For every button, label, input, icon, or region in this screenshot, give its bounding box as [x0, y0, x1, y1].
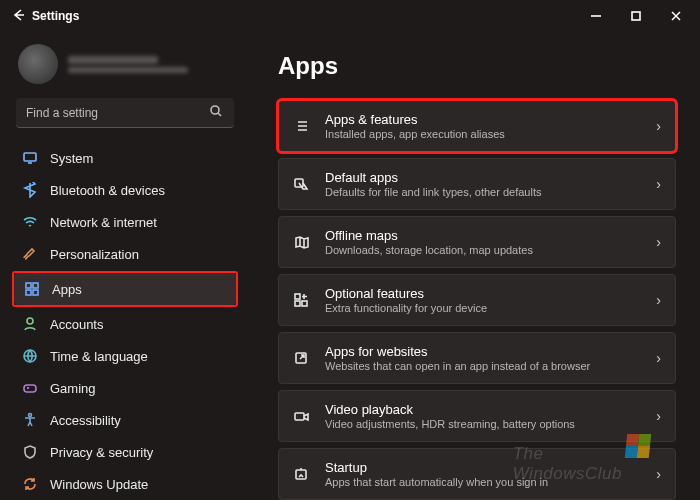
titlebar: Settings	[0, 0, 700, 32]
wifi-icon	[22, 214, 38, 230]
settings-card-list: Apps & featuresInstalled apps, app execu…	[278, 100, 676, 500]
nav-list: SystemBluetooth & devicesNetwork & inter…	[12, 142, 238, 500]
minimize-button[interactable]	[576, 0, 616, 32]
avatar	[18, 44, 58, 84]
card-title: Apps for websites	[325, 344, 642, 359]
chevron-right-icon: ›	[656, 466, 661, 482]
page-title: Apps	[278, 52, 676, 80]
sidebar-item-label: Privacy & security	[50, 445, 153, 460]
profile-block[interactable]	[18, 44, 238, 84]
card-text: Optional featuresExtra functionality for…	[325, 286, 642, 314]
sidebar-item-apps[interactable]: Apps	[14, 273, 236, 305]
sidebar-item-label: Time & language	[50, 349, 148, 364]
arrow-left-icon	[10, 7, 26, 23]
svg-point-7	[27, 318, 33, 324]
sidebar-item-label: Personalization	[50, 247, 139, 262]
window-title: Settings	[32, 9, 576, 23]
svg-rect-12	[295, 294, 300, 299]
card-text: Default appsDefaults for file and link t…	[325, 170, 642, 198]
sidebar-item-label: Windows Update	[50, 477, 148, 492]
grid-plus-icon	[291, 290, 311, 310]
card-text: Apps & featuresInstalled apps, app execu…	[325, 112, 642, 140]
chevron-right-icon: ›	[656, 292, 661, 308]
apps-icon	[24, 281, 40, 297]
search-input[interactable]: Find a setting	[16, 98, 234, 128]
sidebar-item-privacy-security[interactable]: Privacy & security	[12, 436, 238, 468]
settings-card-optional-features[interactable]: Optional featuresExtra functionality for…	[278, 274, 676, 326]
open-app-icon	[291, 348, 311, 368]
svg-rect-0	[632, 12, 640, 20]
card-description: Installed apps, app execution aliases	[325, 128, 642, 140]
sidebar-item-accounts[interactable]: Accounts	[12, 308, 238, 340]
svg-rect-14	[302, 301, 307, 306]
settings-card-default-apps[interactable]: Default appsDefaults for file and link t…	[278, 158, 676, 210]
back-button[interactable]	[4, 7, 32, 26]
chevron-right-icon: ›	[656, 350, 661, 366]
sidebar-item-label: Apps	[52, 282, 82, 297]
list-icon	[291, 116, 311, 136]
card-description: Defaults for file and link types, other …	[325, 186, 642, 198]
settings-card-video-playback[interactable]: Video playbackVideo adjustments, HDR str…	[278, 390, 676, 442]
chevron-right-icon: ›	[656, 118, 661, 134]
card-text: Apps for websitesWebsites that can open …	[325, 344, 642, 372]
maximize-icon	[628, 8, 644, 24]
card-text: StartupApps that start automatically whe…	[325, 460, 642, 488]
brush-icon	[22, 246, 38, 262]
display-icon	[22, 150, 38, 166]
card-title: Default apps	[325, 170, 642, 185]
window-controls	[576, 0, 696, 32]
sidebar-item-personalization[interactable]: Personalization	[12, 238, 238, 270]
svg-rect-4	[33, 283, 38, 288]
video-icon	[291, 406, 311, 426]
person-icon	[22, 316, 38, 332]
settings-card-apps-features[interactable]: Apps & featuresInstalled apps, app execu…	[278, 100, 676, 152]
sidebar-item-time-language[interactable]: Time & language	[12, 340, 238, 372]
card-title: Video playback	[325, 402, 642, 417]
card-description: Video adjustments, HDR streaming, batter…	[325, 418, 642, 430]
gaming-icon	[22, 380, 38, 396]
card-text: Video playbackVideo adjustments, HDR str…	[325, 402, 642, 430]
settings-card-startup[interactable]: StartupApps that start automatically whe…	[278, 448, 676, 500]
svg-rect-2	[24, 153, 36, 161]
bluetooth-icon	[22, 182, 38, 198]
sidebar-item-system[interactable]: System	[12, 142, 238, 174]
close-button[interactable]	[656, 0, 696, 32]
card-title: Apps & features	[325, 112, 642, 127]
sidebar-item-label: Accounts	[50, 317, 103, 332]
shield-icon	[22, 444, 38, 460]
startup-icon	[291, 464, 311, 484]
settings-card-apps-for-websites[interactable]: Apps for websitesWebsites that can open …	[278, 332, 676, 384]
svg-rect-16	[295, 413, 304, 420]
globe-icon	[22, 348, 38, 364]
sidebar-item-gaming[interactable]: Gaming	[12, 372, 238, 404]
sidebar-item-label: System	[50, 151, 93, 166]
card-title: Optional features	[325, 286, 642, 301]
card-text: Offline mapsDownloads, storage location,…	[325, 228, 642, 256]
svg-rect-6	[33, 290, 38, 295]
card-description: Websites that can open in an app instead…	[325, 360, 642, 372]
profile-text	[68, 56, 188, 73]
card-description: Extra functionality for your device	[325, 302, 642, 314]
main-panel: Apps Apps & featuresInstalled apps, app …	[250, 32, 700, 500]
settings-card-offline-maps[interactable]: Offline mapsDownloads, storage location,…	[278, 216, 676, 268]
svg-rect-5	[26, 290, 31, 295]
svg-point-1	[211, 106, 219, 114]
accessibility-icon	[22, 412, 38, 428]
sidebar-item-accessibility[interactable]: Accessibility	[12, 404, 238, 436]
card-title: Startup	[325, 460, 642, 475]
sidebar-item-windows-update[interactable]: Windows Update	[12, 468, 238, 500]
svg-rect-9	[24, 385, 36, 392]
card-title: Offline maps	[325, 228, 642, 243]
sidebar-item-label: Network & internet	[50, 215, 157, 230]
svg-rect-13	[295, 301, 300, 306]
sidebar-item-network-internet[interactable]: Network & internet	[12, 206, 238, 238]
sidebar: Find a setting SystemBluetooth & devices…	[0, 32, 250, 500]
search-icon	[208, 103, 224, 122]
default-icon	[291, 174, 311, 194]
sidebar-item-bluetooth-devices[interactable]: Bluetooth & devices	[12, 174, 238, 206]
sidebar-item-label: Accessibility	[50, 413, 121, 428]
chevron-right-icon: ›	[656, 234, 661, 250]
close-icon	[668, 8, 684, 24]
svg-rect-3	[26, 283, 31, 288]
maximize-button[interactable]	[616, 0, 656, 32]
